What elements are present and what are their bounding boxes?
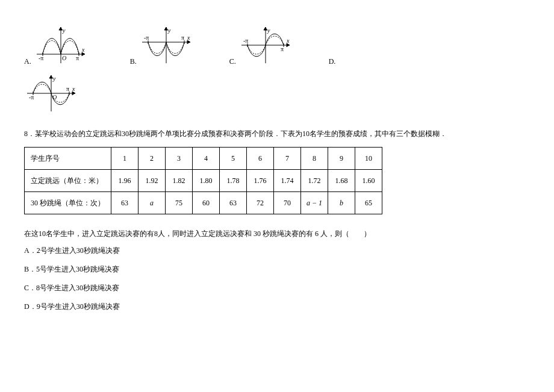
score-table: 学生序号 1 2 3 4 5 6 7 8 9 10 立定跳远（单位：米） 1.9… <box>24 147 382 214</box>
svg-text:x: x <box>187 34 190 41</box>
q8-followup: 在这10名学生中，进入立定跳远决赛的有8人，同时进入立定跳远决赛和 30 秒跳绳… <box>24 226 530 241</box>
svg-text:y: y <box>52 75 56 82</box>
q8-number: 8． <box>24 129 35 138</box>
answer-option-B: B．5号学生进入30秒跳绳决赛 <box>24 264 530 275</box>
table-row: 立定跳远（单位：米） 1.96 1.92 1.82 1.80 1.78 1.76… <box>25 170 382 192</box>
svg-text:-π: -π <box>39 55 43 61</box>
graph-C: y x -π π <box>238 24 293 66</box>
svg-text:y: y <box>267 27 270 34</box>
option-C-label: C. <box>229 57 236 66</box>
option-B-label: B. <box>130 57 137 66</box>
graph-D: y x -π π O <box>24 72 78 114</box>
answer-option-C: C．8号学生进入30秒跳绳决赛 <box>24 283 530 293</box>
svg-text:x: x <box>72 86 75 92</box>
q8-text: 某学校运动会的立定跳远和30秒跳绳两个单项比赛分成预赛和决赛两个阶段．下表为10… <box>35 129 447 138</box>
row2-hdr: 立定跳远（单位：米） <box>25 170 111 192</box>
option-D-label: D. <box>329 57 336 66</box>
answer-option-A: A．2号学生进入30秒跳绳决赛 <box>24 246 530 256</box>
table-row: 学生序号 1 2 3 4 5 6 7 8 9 10 <box>25 148 382 170</box>
svg-text:π: π <box>66 86 69 92</box>
svg-text:y: y <box>62 27 66 34</box>
table-row: 30 秒跳绳（单位：次） 63 a 75 60 63 72 70 a − 1 b… <box>25 192 382 214</box>
svg-text:O: O <box>62 55 66 61</box>
svg-text:π: π <box>281 46 284 52</box>
svg-text:O: O <box>52 94 57 101</box>
svg-text:π: π <box>181 34 184 41</box>
svg-text:-π: -π <box>144 34 149 41</box>
svg-text:x: x <box>286 37 290 44</box>
svg-text:π: π <box>76 55 79 61</box>
row1-hdr: 学生序号 <box>25 148 111 170</box>
option-A-label: A. <box>24 57 31 66</box>
svg-text:x: x <box>81 46 85 53</box>
graph-A: y x O π -π <box>34 24 88 66</box>
answer-option-D: D．9号学生进入30秒跳绳决赛 <box>24 302 530 312</box>
svg-text:y: y <box>167 27 171 34</box>
row3-hdr: 30 秒跳绳（单位：次） <box>25 192 111 214</box>
svg-text:-π: -π <box>243 37 248 44</box>
svg-text:-π: -π <box>29 94 34 101</box>
graph-B: y x -π π <box>139 24 193 66</box>
